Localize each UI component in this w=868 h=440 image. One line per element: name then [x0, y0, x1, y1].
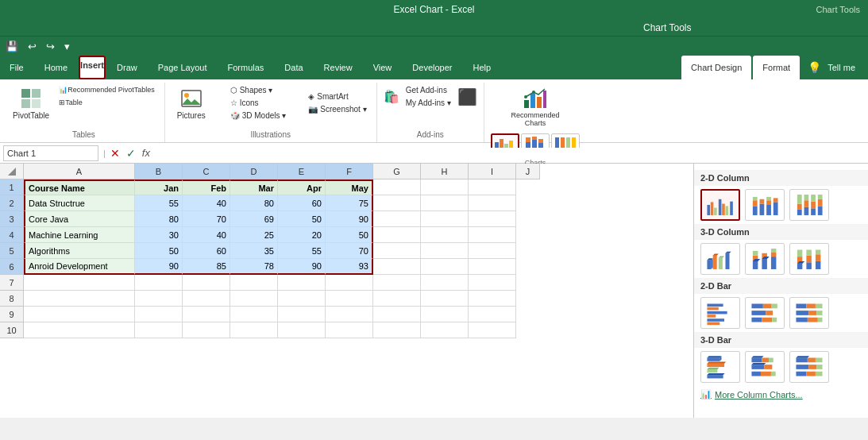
- col-header-h[interactable]: H: [421, 164, 469, 179]
- cell-c8[interactable]: [183, 291, 230, 307]
- function-icon[interactable]: fx: [142, 147, 150, 159]
- cell-d7[interactable]: [230, 275, 278, 291]
- cell-c7[interactable]: [183, 275, 230, 291]
- cell-b9[interactable]: [135, 307, 183, 322]
- cell-h4[interactable]: [421, 227, 469, 243]
- cell-g4[interactable]: [373, 227, 421, 243]
- cell-i6[interactable]: [469, 259, 516, 275]
- 100-stacked-column-chart[interactable]: [789, 189, 829, 221]
- cell-g6[interactable]: [373, 259, 421, 275]
- cell-e1[interactable]: Apr: [278, 179, 326, 195]
- cell-c2[interactable]: 40: [183, 195, 230, 211]
- tab-insert[interactable]: Insert: [79, 56, 106, 79]
- 3d-100-stacked-bar-chart[interactable]: [789, 351, 829, 383]
- shapes-button[interactable]: ⬡ Shapes ▾: [227, 84, 290, 96]
- cell-a10[interactable]: [24, 322, 135, 338]
- row-num-2[interactable]: 2: [0, 195, 24, 211]
- cell-e10[interactable]: [278, 322, 326, 338]
- cell-b6[interactable]: 90: [135, 259, 183, 275]
- 3d-stacked-bar-chart[interactable]: [745, 351, 785, 383]
- col-header-d[interactable]: D: [230, 164, 278, 179]
- cell-a7[interactable]: [24, 275, 135, 291]
- cell-h7[interactable]: [421, 275, 469, 291]
- cell-h3[interactable]: [421, 211, 469, 227]
- cell-b3[interactable]: 80: [135, 211, 183, 227]
- cell-c10[interactable]: [183, 322, 230, 338]
- cell-e8[interactable]: [278, 291, 326, 307]
- cell-c6[interactable]: 85: [183, 259, 230, 275]
- cell-i5[interactable]: [469, 243, 516, 259]
- tab-formulas[interactable]: Formulas: [218, 56, 274, 79]
- cell-b4[interactable]: 30: [135, 227, 183, 243]
- cell-e4[interactable]: 20: [278, 227, 326, 243]
- cell-b5[interactable]: 50: [135, 243, 183, 259]
- row-num-6[interactable]: 6: [0, 259, 24, 275]
- stacked-bar-chart[interactable]: [745, 297, 785, 329]
- cell-g10[interactable]: [373, 322, 421, 338]
- 100-stacked-bar-chart[interactable]: [789, 297, 829, 329]
- cell-h2[interactable]: [421, 195, 469, 211]
- cell-d2[interactable]: 80: [230, 195, 278, 211]
- tab-page-layout[interactable]: Page Layout: [149, 56, 217, 79]
- cell-a5[interactable]: Algorithms: [24, 243, 135, 259]
- cell-d10[interactable]: [230, 322, 278, 338]
- cell-a8[interactable]: [24, 291, 135, 307]
- cell-h1[interactable]: [421, 179, 469, 195]
- cell-h10[interactable]: [421, 322, 469, 338]
- cell-f4[interactable]: 50: [326, 227, 373, 243]
- 3d-stacked-column-chart[interactable]: [745, 243, 785, 275]
- my-addins-button[interactable]: My Add-ins ▾: [403, 97, 454, 109]
- save-button[interactable]: 💾: [3, 40, 21, 53]
- col-header-f[interactable]: F: [326, 164, 373, 179]
- tab-draw[interactable]: Draw: [107, 56, 147, 79]
- cell-f8[interactable]: [326, 291, 373, 307]
- cell-d1[interactable]: Mar: [230, 179, 278, 195]
- tell-me-input[interactable]: Tell me: [821, 61, 862, 74]
- cell-f6[interactable]: 93: [326, 259, 373, 275]
- undo-button[interactable]: ↩: [25, 40, 39, 53]
- cell-c9[interactable]: [183, 307, 230, 322]
- col-header-i[interactable]: I: [469, 164, 516, 179]
- tab-developer[interactable]: Developer: [403, 56, 461, 79]
- clustered-bar-chart[interactable]: [700, 297, 740, 329]
- cell-f7[interactable]: [326, 275, 373, 291]
- cell-f3[interactable]: 90: [326, 211, 373, 227]
- more-column-charts-link[interactable]: 📊 More Column Charts...: [694, 386, 868, 403]
- cell-h5[interactable]: [421, 243, 469, 259]
- cell-f9[interactable]: [326, 307, 373, 322]
- row-num-1[interactable]: 1: [0, 179, 24, 195]
- cell-c5[interactable]: 60: [183, 243, 230, 259]
- tab-chart-design[interactable]: Chart Design: [681, 56, 751, 79]
- 3d-clustered-bar-chart[interactable]: [700, 351, 740, 383]
- cell-h6[interactable]: [421, 259, 469, 275]
- cell-i9[interactable]: [469, 307, 516, 322]
- cell-e3[interactable]: 50: [278, 211, 326, 227]
- pivot-table-button[interactable]: PivotTable: [10, 84, 52, 122]
- tab-file[interactable]: File: [0, 56, 33, 79]
- cell-a3[interactable]: Core Java: [24, 211, 135, 227]
- row-num-4[interactable]: 4: [0, 227, 24, 243]
- cell-h8[interactable]: [421, 291, 469, 307]
- cell-g5[interactable]: [373, 243, 421, 259]
- 3d-models-button[interactable]: 🎲 3D Models ▾: [227, 110, 290, 122]
- recommended-pivot-button[interactable]: 📊 Recommended PivotTables: [56, 84, 158, 95]
- cell-i1[interactable]: [469, 179, 516, 195]
- cell-e5[interactable]: 55: [278, 243, 326, 259]
- tab-view[interactable]: View: [364, 56, 402, 79]
- row-num-9[interactable]: 9: [0, 307, 24, 322]
- col-header-e[interactable]: E: [278, 164, 326, 179]
- col-header-c[interactable]: C: [183, 164, 230, 179]
- cell-i8[interactable]: [469, 291, 516, 307]
- redo-button[interactable]: ↪: [44, 40, 57, 53]
- cell-g1[interactable]: [373, 179, 421, 195]
- cell-i4[interactable]: [469, 227, 516, 243]
- col-header-a[interactable]: A: [24, 164, 135, 179]
- table-button[interactable]: ⊞ Table: [56, 97, 158, 108]
- cell-b8[interactable]: [135, 291, 183, 307]
- cell-c4[interactable]: 40: [183, 227, 230, 243]
- tab-help[interactable]: Help: [463, 56, 500, 79]
- cell-e7[interactable]: [278, 275, 326, 291]
- tab-home[interactable]: Home: [35, 56, 77, 79]
- cell-h9[interactable]: [421, 307, 469, 322]
- stacked-column-chart[interactable]: [745, 189, 785, 221]
